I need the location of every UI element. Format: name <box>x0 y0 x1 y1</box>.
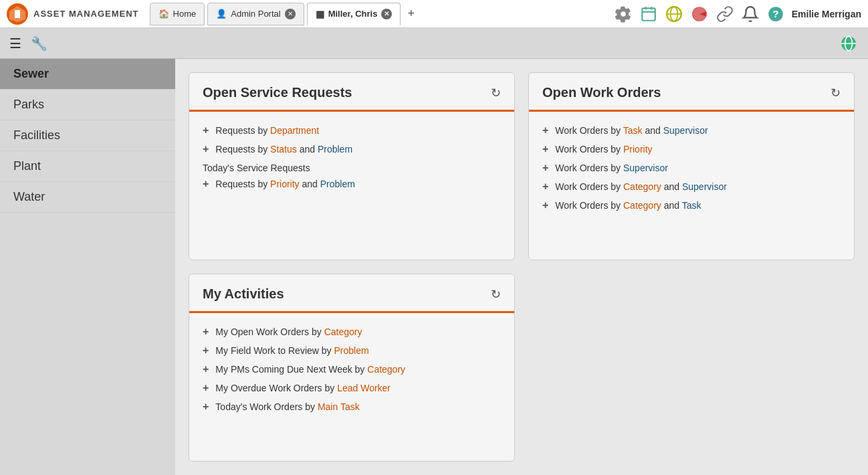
card-service-requests-body: + Requests by Department + Requests by S… <box>189 112 514 203</box>
item-wo-supervisor[interactable]: Work Orders by Supervisor <box>555 163 668 173</box>
admin-icon: 👤 <box>216 9 227 19</box>
item-requests-by-priority-problem[interactable]: Requests by Priority and Problem <box>215 179 355 189</box>
item-requests-by-department[interactable]: Requests by Department <box>215 125 319 136</box>
plus-icon[interactable]: + <box>203 124 209 136</box>
list-item: + Requests by Priority and Problem <box>203 175 501 193</box>
sidebar-item-plant[interactable]: Plant <box>0 151 175 182</box>
card-service-requests-header: Open Service Requests ↻ <box>189 73 514 112</box>
home-icon: 🏠 <box>158 9 169 19</box>
secondbar: ☰ 🔧 <box>0 28 868 59</box>
today-service-requests-label: Today's Service Requests <box>203 159 501 175</box>
pacman-icon[interactable] <box>690 5 709 23</box>
list-item: + Requests by Department <box>203 121 501 140</box>
hamburger-icon[interactable]: ☰ <box>9 35 21 52</box>
list-item: + Today's Work Orders by Main Task <box>203 397 501 416</box>
tab-miller-label: Miller, Chris <box>328 9 378 19</box>
item-requests-by-status-problem[interactable]: Requests by Status and Problem <box>215 144 352 155</box>
item-my-open-wo-category[interactable]: My Open Work Orders by Category <box>215 326 362 337</box>
sidebar-item-sewer[interactable]: Sewer <box>0 59 175 90</box>
tab-add-button[interactable]: + <box>403 7 419 21</box>
plus-icon[interactable]: + <box>542 124 548 136</box>
plus-icon[interactable]: + <box>542 143 548 155</box>
gear-icon[interactable] <box>614 5 633 23</box>
item-todays-wo-main-task[interactable]: Today's Work Orders by Main Task <box>215 401 359 412</box>
globe-button[interactable] <box>839 33 859 54</box>
list-item: + Work Orders by Category and Task <box>542 196 841 215</box>
plus-icon[interactable]: + <box>203 401 209 413</box>
topbar: ASSET MANAGEMENT 🏠 Home 👤 Admin Portal ✕… <box>0 0 868 28</box>
svg-text:?: ? <box>772 8 778 19</box>
plus-icon[interactable]: + <box>203 178 209 190</box>
card-activities-body: + My Open Work Orders by Category + My F… <box>189 313 514 425</box>
tab-bar: 🏠 Home 👤 Admin Portal ✕ ▦ Miller, Chris … <box>150 3 614 25</box>
list-item: + Requests by Status and Problem <box>203 140 501 159</box>
tab-admin-close[interactable]: ✕ <box>285 9 296 19</box>
sidebar-item-parks[interactable]: Parks <box>0 90 175 120</box>
item-my-field-work-problem[interactable]: My Field Work to Review by Problem <box>215 345 368 356</box>
item-wo-category-supervisor[interactable]: Work Orders by Category and Supervisor <box>555 181 727 192</box>
refresh-service-requests[interactable]: ↻ <box>491 86 501 100</box>
list-item: + Work Orders by Task and Supervisor <box>542 121 841 140</box>
list-item: + My Field Work to Review by Problem <box>203 341 501 360</box>
svg-rect-3 <box>642 8 655 20</box>
logo-icon <box>7 3 28 25</box>
card-activities-title: My Activities <box>203 286 284 302</box>
card-work-orders-title: Open Work Orders <box>542 85 661 100</box>
item-my-pms-category[interactable]: My PMs Coming Due Next Week by Category <box>215 364 405 375</box>
sidebar: Sewer Parks Facilities Plant Water <box>0 59 175 475</box>
list-item: + Work Orders by Category and Supervisor <box>542 177 841 196</box>
card-work-orders: Open Work Orders ↻ + Work Orders by Task… <box>528 72 855 260</box>
link-icon[interactable] <box>716 5 734 23</box>
refresh-activities[interactable]: ↻ <box>491 287 501 302</box>
sidebar-item-water[interactable]: Water <box>0 182 175 213</box>
item-wo-priority[interactable]: Work Orders by Priority <box>555 144 652 155</box>
tab-miller-icon: ▦ <box>316 9 324 19</box>
item-wo-category-task[interactable]: Work Orders by Category and Task <box>555 200 701 211</box>
plus-icon[interactable]: + <box>203 326 209 338</box>
svg-rect-2 <box>15 10 20 18</box>
card-work-orders-header: Open Work Orders ↻ <box>529 73 854 112</box>
list-item: + My PMs Coming Due Next Week by Categor… <box>203 360 501 379</box>
item-wo-task-supervisor[interactable]: Work Orders by Task and Supervisor <box>555 125 708 136</box>
plus-icon[interactable]: + <box>203 345 209 357</box>
item-my-overdue-wo-lead[interactable]: My Overdue Work Orders by Lead Worker <box>215 383 391 393</box>
tab-miller[interactable]: ▦ Miller, Chris ✕ <box>307 3 401 25</box>
card-service-requests: Open Service Requests ↻ + Requests by De… <box>189 72 515 260</box>
wrench-icon[interactable]: 🔧 <box>31 35 47 52</box>
plus-icon[interactable]: + <box>203 143 209 155</box>
sidebar-item-facilities[interactable]: Facilities <box>0 120 175 151</box>
tab-home[interactable]: 🏠 Home <box>150 3 205 25</box>
calendar-icon[interactable] <box>639 5 658 23</box>
card-service-requests-title: Open Service Requests <box>203 85 352 100</box>
plus-icon[interactable]: + <box>542 199 548 211</box>
app-logo: ASSET MANAGEMENT <box>7 3 139 25</box>
tab-admin[interactable]: 👤 Admin Portal ✕ <box>207 3 304 25</box>
tab-admin-label: Admin Portal <box>231 9 280 19</box>
plus-icon[interactable]: + <box>542 162 548 174</box>
card-work-orders-body: + Work Orders by Task and Supervisor + W… <box>529 112 854 224</box>
globe-icon[interactable] <box>665 5 683 23</box>
list-item: + Work Orders by Supervisor <box>542 159 841 177</box>
tab-miller-close[interactable]: ✕ <box>381 9 392 19</box>
app-title: ASSET MANAGEMENT <box>33 9 139 19</box>
card-my-activities: My Activities ↻ + My Open Work Orders by… <box>189 274 515 462</box>
plus-icon[interactable]: + <box>203 363 209 375</box>
bell-icon[interactable] <box>741 5 760 23</box>
plus-icon[interactable]: + <box>203 382 209 394</box>
plus-icon[interactable]: + <box>542 181 548 193</box>
list-item: + My Open Work Orders by Category <box>203 322 501 341</box>
user-name: Emilie Merrigan <box>792 9 861 19</box>
refresh-work-orders[interactable]: ↻ <box>831 86 841 100</box>
card-activities-header: My Activities ↻ <box>189 274 514 313</box>
content-area: Open Service Requests ↻ + Requests by De… <box>175 59 868 475</box>
tab-home-label: Home <box>173 9 197 19</box>
main-layout: Sewer Parks Facilities Plant Water Open … <box>0 59 868 475</box>
help-icon[interactable]: ? <box>766 5 785 23</box>
list-item: + My Overdue Work Orders by Lead Worker <box>203 379 501 397</box>
list-item: + Work Orders by Priority <box>542 140 841 159</box>
topbar-right: ? Emilie Merrigan <box>614 5 861 23</box>
